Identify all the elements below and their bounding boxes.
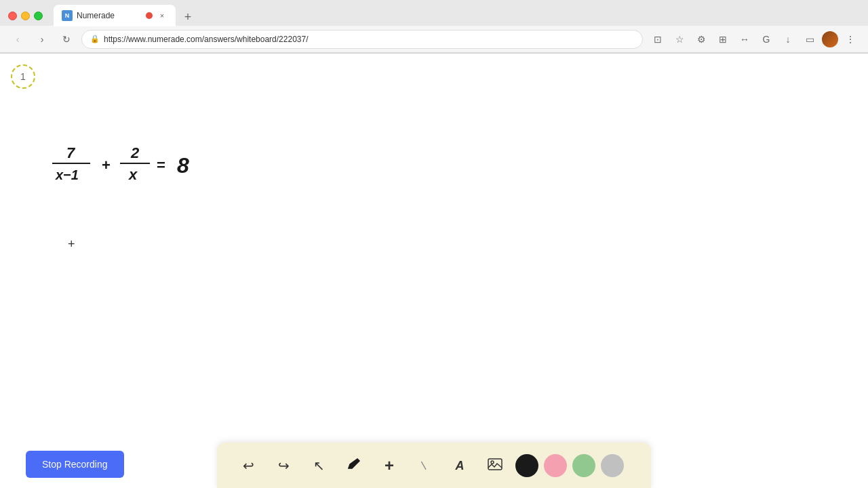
color-black-button[interactable] xyxy=(515,454,538,477)
recording-indicator xyxy=(146,12,153,19)
undo-icon: ↩ xyxy=(243,458,254,474)
svg-point-10 xyxy=(491,461,494,464)
user-avatar[interactable] xyxy=(822,31,838,47)
text-button[interactable]: A xyxy=(445,451,475,481)
whiteboard-area[interactable]: 1 7 x−1 + 2 x xyxy=(0,54,868,488)
svg-text:x: x xyxy=(128,166,138,183)
minimize-button[interactable] xyxy=(21,12,30,20)
undo-button[interactable]: ↩ xyxy=(233,451,263,481)
page-number: 1 xyxy=(20,71,26,82)
color-green-button[interactable] xyxy=(572,454,595,477)
text-icon: A xyxy=(456,459,465,473)
menu-button[interactable]: ⋮ xyxy=(841,30,860,49)
url-text: https://www.numerade.com/answers/whitebo… xyxy=(104,35,634,44)
color-pink-button[interactable] xyxy=(544,454,567,477)
cursor-icon: ↖ xyxy=(313,458,325,474)
add-element-button[interactable]: + xyxy=(374,451,404,481)
lock-icon: 🔒 xyxy=(90,35,100,43)
stop-recording-button[interactable]: Stop Recording xyxy=(26,451,124,478)
svg-rect-9 xyxy=(488,459,502,470)
split-view-icon[interactable]: ▭ xyxy=(800,30,819,49)
plus-icon: + xyxy=(384,456,394,475)
extensions-icon[interactable]: ⚙ xyxy=(692,30,711,49)
sync-icon[interactable]: ↔ xyxy=(735,30,754,49)
apps-icon[interactable]: ⊞ xyxy=(713,30,732,49)
nav-bar: ‹ › ↻ 🔒 https://www.numerade.com/answers… xyxy=(0,26,868,53)
math-equation: 7 x−1 + 2 x = 8 xyxy=(44,142,241,199)
redo-icon: ↪ xyxy=(278,458,290,474)
reload-button[interactable]: ↻ xyxy=(57,30,76,49)
image-button[interactable] xyxy=(480,451,510,481)
back-button[interactable]: ‹ xyxy=(8,30,27,49)
svg-text:7: 7 xyxy=(66,144,76,161)
svg-text:2: 2 xyxy=(130,144,140,161)
download-icon[interactable]: ↓ xyxy=(778,30,797,49)
address-bar[interactable]: 🔒 https://www.numerade.com/answers/white… xyxy=(81,30,643,49)
main-content: 1 7 x−1 + 2 x xyxy=(0,54,868,488)
pen-button[interactable] xyxy=(339,451,369,481)
bookmark-icon[interactable]: ☆ xyxy=(670,30,689,49)
tabs-bar: N Numerade × + xyxy=(54,5,860,26)
redo-button[interactable]: ↪ xyxy=(269,451,298,481)
svg-text:=: = xyxy=(157,157,165,174)
eraser-icon: / xyxy=(418,460,431,472)
grammarly-icon[interactable]: G xyxy=(757,30,776,49)
tab-close-button[interactable]: × xyxy=(157,10,167,21)
browser-chrome: N Numerade × + ‹ › ↻ 🔒 https://www.numer… xyxy=(0,0,868,54)
forward-button[interactable]: › xyxy=(33,30,52,49)
svg-text:x−1: x−1 xyxy=(55,167,79,182)
tab-title: Numerade xyxy=(77,11,142,20)
svg-text:+: + xyxy=(102,157,111,174)
close-button[interactable] xyxy=(8,12,17,20)
toolbar: ↩ ↪ ↖ + xyxy=(217,443,651,488)
whiteboard-add-content[interactable]: + xyxy=(68,238,75,250)
svg-text:8: 8 xyxy=(177,153,189,178)
title-bar: N Numerade × + xyxy=(0,0,868,26)
maximize-button[interactable] xyxy=(34,12,43,20)
image-icon xyxy=(487,456,503,476)
active-tab[interactable]: N Numerade × xyxy=(54,5,176,26)
nav-right-icons: ⊡ ☆ ⚙ ⊞ ↔ G ↓ ▭ ⋮ xyxy=(648,30,860,49)
tab-favicon: N xyxy=(62,10,73,21)
cast-icon[interactable]: ⊡ xyxy=(648,30,667,49)
traffic-lights xyxy=(8,12,43,20)
color-gray-button[interactable] xyxy=(601,454,624,477)
new-tab-button[interactable]: + xyxy=(178,7,197,26)
page-indicator: 1 xyxy=(11,64,35,89)
eraser-button[interactable]: / xyxy=(410,451,439,481)
cursor-button[interactable]: ↖ xyxy=(304,451,334,481)
pen-icon xyxy=(347,457,361,475)
